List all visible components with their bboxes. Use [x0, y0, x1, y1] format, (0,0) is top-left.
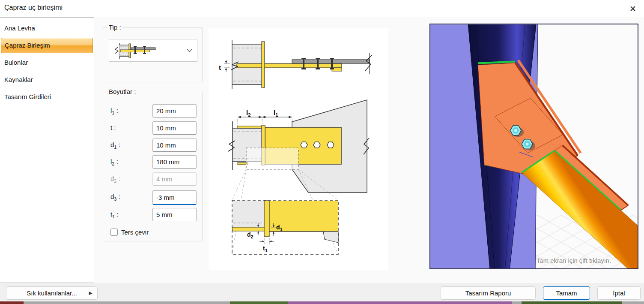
dim-annotation-t: t: [219, 64, 221, 71]
dim-label-t1: t1 :: [110, 211, 119, 219]
crossing-end-connection-dialog: { "window": { "title": "Çapraz uç birleş…: [0, 0, 644, 304]
d2-input: [152, 172, 197, 186]
reverse-checkbox-label: Ters çevir: [121, 229, 149, 236]
t1-input[interactable]: [152, 208, 197, 221]
sidebar-item-ana-levha[interactable]: Ana Levha: [0, 20, 94, 37]
design-report-button[interactable]: Tasarım Raporu: [441, 286, 536, 300]
dim-annotation-t1: t1: [263, 245, 268, 253]
title-bar: Çapraz uç birleşimi ✕: [0, 0, 644, 17]
sidebar-item-tasarim-girdileri[interactable]: Tasarım Girdileri: [0, 88, 94, 105]
cancel-button-label: İptal: [613, 289, 625, 297]
sidebar: Ana Levha Çapraz Birleşim Bulonlar Kayna…: [0, 17, 94, 283]
3d-preview-svg: Tam ekran için çift tıklayın.: [430, 24, 638, 268]
connection-diagram-svg: t l2 l1 d1: [209, 28, 388, 270]
sidebar-item-bulonlar[interactable]: Bulonlar: [0, 54, 94, 71]
dim-label-d2: d2 :: [110, 175, 120, 184]
dim-annotation-d2: d2: [247, 231, 253, 239]
dim-label-l1: l1 :: [110, 107, 118, 115]
dimensions-groupbox: Boyutlar : l1 : t : d1 : l2 : d2 : d3 : …: [103, 92, 203, 241]
dim-label-d1: d1 :: [110, 141, 120, 150]
footer-bar: Sık kullanılanlar... ▶ Tasarım Raporu Ta…: [0, 283, 644, 301]
dim-label-l2: l2 :: [110, 158, 118, 166]
ok-button[interactable]: Tamam: [543, 286, 590, 300]
connection-type-dropdown[interactable]: [109, 39, 197, 62]
l2-input[interactable]: [152, 155, 197, 169]
dim-row-l2: l2 :: [103, 155, 203, 169]
chevron-down-icon: [187, 49, 192, 52]
sidebar-item-capraz-birlesim[interactable]: Çapraz Birleşim: [1, 38, 93, 53]
reverse-checkbox-row[interactable]: Ters çevir: [110, 229, 149, 236]
type-group-label: Tip :: [107, 24, 123, 31]
connection-diagram: t l2 l1 d1: [209, 28, 388, 270]
l1-input[interactable]: [152, 104, 197, 117]
sidebar-item-kaynaklar[interactable]: Kaynaklar: [0, 71, 94, 88]
design-report-button-label: Tasarım Raporu: [465, 289, 511, 297]
dialog-title: Çapraz uç birleşimi: [4, 4, 63, 12]
t-input[interactable]: [152, 121, 197, 135]
dim-row-t: t :: [103, 121, 203, 135]
reverse-checkbox[interactable]: [110, 229, 118, 236]
dim-row-l1: l1 :: [103, 104, 203, 118]
dim-row-d1: d1 :: [103, 138, 203, 153]
d3-input[interactable]: [152, 190, 197, 205]
dim-row-d3: d3 :: [103, 190, 203, 205]
type-groupbox: Tip :: [103, 27, 203, 82]
favorites-button[interactable]: Sık kullanılanlar... ▶: [6, 286, 98, 300]
bolted-gusset-splice-connection-icon: [113, 42, 160, 60]
dim-row-d2: d2 :: [103, 172, 203, 187]
dim-label-d3: d3 :: [110, 193, 120, 202]
fullscreen-hint: Tam ekran için çift tıklayın.: [537, 257, 611, 264]
3d-preview[interactable]: Tam ekran için çift tıklayın.: [429, 24, 638, 269]
dim-annotation-l2: l2: [246, 109, 250, 117]
favorites-button-label: Sık kullanılanlar...: [27, 289, 77, 297]
ok-button-label: Tamam: [556, 289, 577, 297]
close-icon[interactable]: ✕: [627, 3, 639, 15]
d1-input[interactable]: [152, 138, 197, 152]
dim-label-t: t :: [110, 124, 116, 132]
cancel-button[interactable]: İptal: [597, 286, 641, 300]
dimensions-group-label: Boyutlar :: [107, 88, 138, 95]
dim-annotation-l1: l1: [274, 109, 278, 117]
dim-row-t1: t1 :: [103, 208, 203, 222]
flyout-arrow-icon: ▶: [89, 290, 92, 296]
